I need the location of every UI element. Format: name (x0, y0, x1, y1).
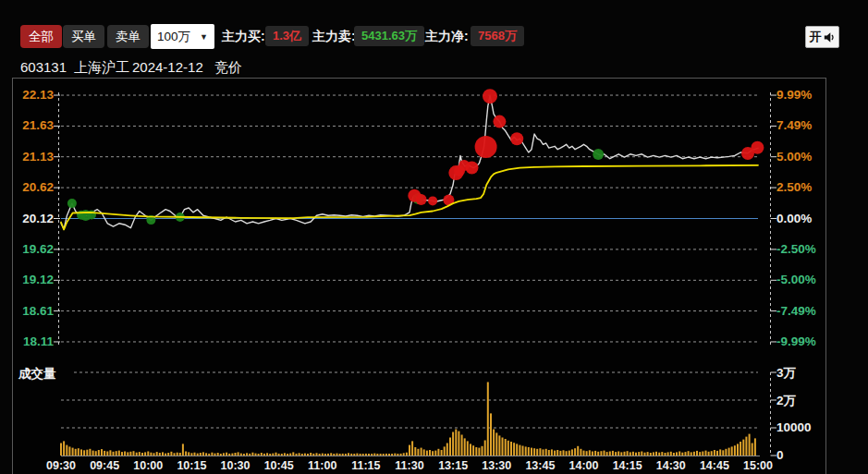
price-axis-label: 19.12 (9, 273, 54, 286)
volume-axis-label: 10000 (776, 420, 812, 434)
price-axis-label: 20.62 (9, 180, 54, 194)
time-axis-label: 10:00 (128, 459, 168, 472)
time-axis-label: 13:30 (476, 459, 517, 472)
volume-axis-label: 3万 (776, 365, 796, 382)
pct-axis-label: 9.99% (776, 88, 812, 102)
pct-axis-label: -2.50% (776, 242, 816, 256)
pct-axis-label: 7.49% (776, 118, 812, 132)
price-axis-label: 21.63 (9, 118, 54, 132)
pct-axis-label: -7.49% (776, 304, 816, 318)
pct-axis-label: 5.00% (776, 150, 812, 164)
price-axis-label: 20.12 (9, 212, 54, 225)
intraday-chart[interactable] (0, 0, 868, 474)
pct-axis-label: 0.00% (776, 212, 812, 225)
price-axis-label: 18.11 (9, 334, 54, 348)
pct-axis-label: -9.99% (776, 334, 816, 348)
stock-intraday-app: 全部 买单 卖单 100万 ▼ 主力买: 1.3亿 主力卖: 5431.63万 … (0, 0, 868, 474)
price-axis-label: 18.61 (9, 304, 54, 318)
pct-axis-label: 2.50% (776, 180, 812, 194)
time-axis-label: 10:15 (171, 459, 212, 472)
volume-title: 成交量 (18, 366, 56, 383)
price-axis-label: 19.62 (9, 242, 54, 256)
pct-axis-label: -5.00% (776, 273, 816, 286)
time-axis-label: 11:15 (346, 459, 386, 472)
time-axis-label: 14:00 (564, 459, 605, 472)
time-axis-label: 10:30 (215, 459, 256, 472)
time-axis-label: 14:30 (651, 459, 691, 472)
time-axis-label: 14:45 (694, 459, 735, 472)
time-axis-label: 10:45 (259, 459, 300, 472)
volume-axis-label: 2万 (776, 393, 796, 409)
time-axis-label: 11:00 (302, 459, 343, 472)
time-axis-label: 14:15 (607, 459, 648, 472)
time-axis-label: 13:15 (433, 459, 473, 472)
time-axis-label: 11:30 (389, 459, 430, 472)
time-axis-label: 13:45 (520, 459, 560, 472)
time-axis-label: 09:30 (41, 459, 81, 472)
time-axis-label: 15:00 (738, 459, 778, 472)
time-axis-label: 09:45 (84, 459, 125, 472)
price-axis-label: 22.13 (9, 88, 54, 102)
price-axis-label: 21.13 (9, 150, 54, 164)
